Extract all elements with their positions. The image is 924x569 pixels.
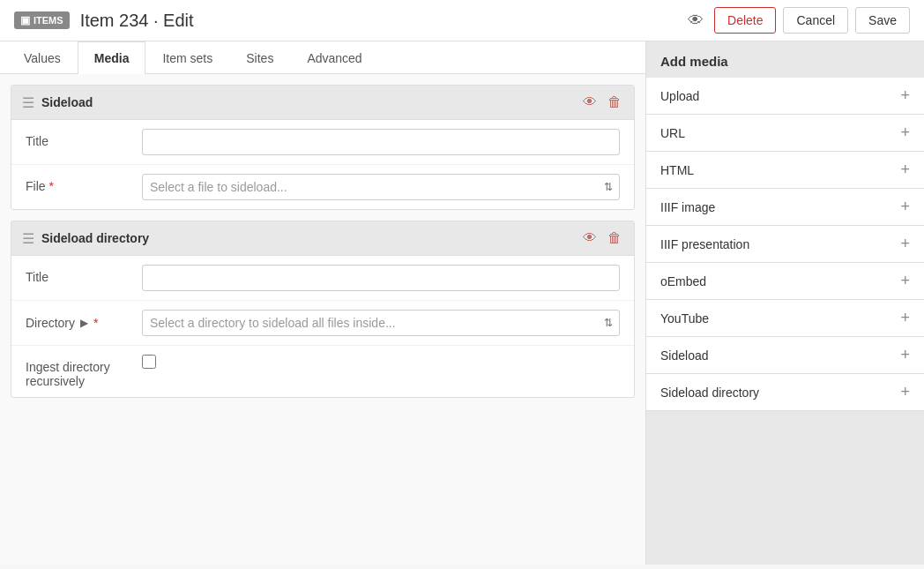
layout: Values Media Item sets Sites Advanced ☰ … (0, 41, 924, 565)
media-item-url[interactable]: URL + (646, 115, 924, 152)
sideload-title-label: Title (26, 129, 131, 148)
sideload-dir-select[interactable]: Select a directory to sideload all files… (142, 310, 620, 336)
sideload-dir-visibility-button[interactable]: 👁 (581, 228, 599, 248)
cancel-button[interactable]: Cancel (783, 7, 848, 34)
main-content: Values Media Item sets Sites Advanced ☰ … (0, 41, 645, 565)
tab-advanced[interactable]: Advanced (290, 41, 378, 74)
media-item-sideload[interactable]: Sideload + (646, 337, 924, 374)
media-add-sideload-directory-button[interactable]: + (900, 383, 910, 401)
media-add-oembed-button[interactable]: + (900, 272, 910, 290)
sideload-visibility-button[interactable]: 👁 (581, 93, 599, 112)
sideload-file-required: * (49, 179, 54, 193)
media-item-upload[interactable]: Upload + (646, 78, 924, 115)
tab-media[interactable]: Media (78, 41, 146, 74)
sideload-title-row: Title (11, 120, 634, 165)
delete-button[interactable]: Delete (714, 7, 776, 34)
media-item-oembed[interactable]: oEmbed + (646, 263, 924, 300)
tabs: Values Media Item sets Sites Advanced (0, 41, 645, 74)
media-item-iiif-image[interactable]: IIIF image + (646, 189, 924, 226)
content-area: ☰ Sideload 👁 🗑 Title (0, 74, 645, 565)
badge-text: ITEMS (34, 15, 63, 26)
sideload-dir-actions: 👁 🗑 (581, 228, 623, 248)
media-item-iiif-presentation[interactable]: IIIF presentation + (646, 226, 924, 263)
media-item-upload-label: Upload (660, 89, 699, 103)
sideload-dir-title-input[interactable] (142, 265, 620, 291)
sideload-dir-ingest-label: Ingest directory recursively (26, 355, 131, 388)
media-item-youtube[interactable]: YouTube + (646, 300, 924, 337)
sideload-dir-section-header: ☰ Sideload directory 👁 🗑 (11, 221, 634, 256)
sideload-dir-required: * (93, 316, 98, 330)
sideload-dir-title-label: Title (26, 265, 131, 284)
sideload-file-select-wrapper: Select a file to sideload... ⇅ (142, 174, 620, 200)
media-item-url-label: URL (660, 126, 685, 140)
save-button[interactable]: Save (855, 7, 910, 34)
items-badge: ▣ ITEMS (14, 11, 70, 29)
sideload-file-select[interactable]: Select a file to sideload... (142, 174, 620, 200)
sidebar: Add media Upload + URL + HTML + IIIF ima… (645, 41, 924, 565)
media-add-iiif-presentation-button[interactable]: + (900, 235, 910, 253)
sideload-dir-drag-handle[interactable]: ☰ (22, 230, 34, 247)
sideload-dir-title: Sideload directory (41, 231, 574, 245)
sideload-dir-directory-row: Directory ▶ * Select a directory to side… (11, 301, 634, 346)
header-actions: 👁 Delete Cancel Save (684, 7, 910, 34)
sideload-dir-directory-control: Select a directory to sideload all files… (142, 310, 620, 336)
sideload-dir-directory-label: Directory ▶ * (26, 310, 131, 331)
sideload-title-input[interactable] (142, 129, 620, 155)
directory-chevron-button[interactable]: ▶ (78, 315, 90, 331)
items-icon: ▣ (20, 14, 30, 26)
media-add-url-button[interactable]: + (900, 124, 910, 142)
media-item-iiif-image-label: IIIF image (660, 200, 715, 214)
media-add-upload-button[interactable]: + (900, 86, 910, 105)
sideload-section: ☰ Sideload 👁 🗑 Title (11, 85, 635, 210)
sideload-actions: 👁 🗑 (581, 93, 623, 112)
media-item-sideload-directory-label: Sideload directory (660, 386, 759, 400)
sideload-directory-section: ☰ Sideload directory 👁 🗑 Title (11, 221, 635, 398)
sideload-file-control: Select a file to sideload... ⇅ (142, 174, 620, 200)
media-add-sideload-button[interactable]: + (900, 346, 910, 364)
sideload-dir-ingest-checkbox[interactable] (142, 355, 156, 369)
media-item-youtube-label: YouTube (660, 311, 709, 326)
sideload-dir-title-row: Title (11, 256, 634, 301)
tab-sites[interactable]: Sites (229, 41, 290, 74)
media-item-oembed-label: oEmbed (660, 274, 706, 288)
sideload-section-header: ☰ Sideload 👁 🗑 (11, 86, 634, 120)
sideload-file-label: File * (26, 174, 131, 193)
sideload-file-row: File * Select a file to sideload... ⇅ (11, 165, 634, 209)
media-item-html-label: HTML (660, 163, 694, 177)
media-add-youtube-button[interactable]: + (900, 309, 910, 327)
sideload-drag-handle[interactable]: ☰ (22, 94, 34, 111)
sidebar-header: Add media (646, 41, 924, 78)
media-add-html-button[interactable]: + (900, 161, 910, 179)
media-item-iiif-presentation-label: IIIF presentation (660, 237, 749, 251)
sideload-dir-ingest-row: Ingest directory recursively (11, 346, 634, 397)
media-item-sideload-label: Sideload (660, 348, 709, 363)
media-item-html[interactable]: HTML + (646, 152, 924, 189)
sideload-dir-ingest-control (142, 355, 620, 369)
sideload-dir-delete-button[interactable]: 🗑 (606, 228, 623, 248)
sideload-delete-button[interactable]: 🗑 (606, 93, 623, 112)
preview-button[interactable]: 👁 (684, 8, 707, 34)
sideload-dir-select-wrapper: Select a directory to sideload all files… (142, 310, 620, 336)
media-add-iiif-image-button[interactable]: + (900, 198, 910, 216)
header: ▣ ITEMS Item 234 · Edit 👁 Delete Cancel … (0, 0, 924, 41)
sideload-title-control (142, 129, 620, 155)
tab-values[interactable]: Values (7, 41, 78, 74)
sideload-dir-title-control (142, 265, 620, 291)
media-item-sideload-directory[interactable]: Sideload directory + (646, 374, 924, 411)
sideload-title: Sideload (41, 95, 574, 109)
page-title: Item 234 · Edit (80, 11, 194, 31)
tab-item-sets[interactable]: Item sets (145, 41, 229, 74)
